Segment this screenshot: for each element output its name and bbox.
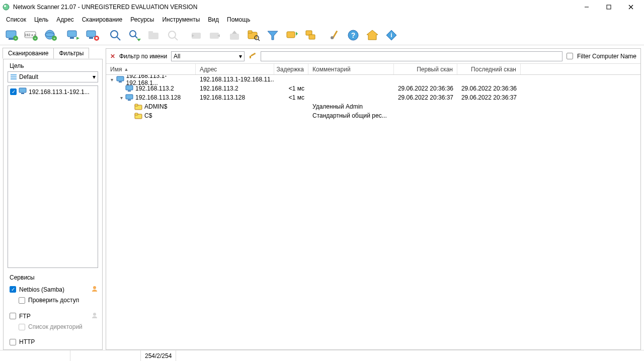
user-icon[interactable]	[91, 285, 98, 294]
row-addr: 192.168.113.1-192.168.11...	[196, 76, 274, 83]
filter-label: Фильтр по имени	[119, 53, 167, 60]
grid-row[interactable]: ▾192.168.113.1-192.168.1...192.168.113.1…	[106, 75, 640, 84]
menubar: СписокЦельАдресСканированиеРесурсыИнстру…	[0, 14, 644, 25]
svg-marker-44	[268, 31, 278, 40]
row-name: ADMIN$	[144, 103, 167, 110]
filter-button[interactable]	[264, 27, 282, 44]
tab-scan[interactable]: Сканирование	[3, 48, 54, 59]
row-comm: Стандартный общий рес...	[308, 112, 394, 119]
svg-rect-67	[126, 85, 133, 90]
row-name: C$	[144, 112, 152, 119]
computer-icon	[19, 87, 27, 96]
dirlist-checkbox	[19, 324, 25, 330]
grid-row[interactable]: C$Стандартный общий рес...	[106, 111, 640, 120]
titlebar: Network Scanner 21.07 - UNREGISTERED EVA…	[0, 0, 644, 14]
target-select[interactable]: Default ▾	[8, 71, 98, 82]
statusbar: 254/2/254	[0, 350, 644, 361]
svg-rect-45	[287, 32, 295, 38]
scan-stop-button[interactable]	[84, 27, 102, 44]
filter-combo[interactable]: All ▾	[171, 51, 245, 61]
svg-point-50	[331, 36, 334, 39]
svg-rect-38	[230, 34, 239, 40]
minimize-button[interactable]	[576, 0, 598, 14]
menu-3[interactable]: Сканирование	[78, 15, 126, 24]
menu-0[interactable]: Список	[2, 15, 30, 24]
scan-start-button[interactable]	[64, 27, 83, 44]
svg-marker-20	[76, 37, 79, 40]
svg-rect-22	[89, 37, 93, 39]
col-latency[interactable]: Задержка	[274, 64, 308, 74]
col-last-scan[interactable]: Последний скан	[457, 64, 521, 74]
home-button[interactable]	[363, 27, 381, 44]
svg-rect-57	[11, 76, 17, 77]
filter-computer-name-checkbox[interactable]	[567, 53, 573, 59]
tab-filters[interactable]: Фильтры	[53, 48, 89, 58]
col-name[interactable]: Имя▲	[106, 64, 196, 74]
check-access-checkbox[interactable]	[19, 297, 25, 304]
results-panel: ✕ Фильтр по имени All ▾ Filter Computer …	[106, 48, 641, 350]
search-button[interactable]	[107, 27, 125, 44]
col-comment[interactable]: Комментарий	[308, 64, 394, 74]
left-panel: Цель Default ▾ 192.168.113.1-192.1... Се…	[3, 59, 103, 350]
svg-text:+: +	[15, 36, 17, 41]
menu-7[interactable]: Помощь	[223, 15, 254, 24]
results-grid[interactable]: Имя▲ Адрес Задержка Комментарий Первый с…	[106, 64, 640, 349]
tree-toggle[interactable]: ▾	[118, 95, 124, 101]
row-name: 192.168.113.2	[135, 85, 174, 92]
svg-rect-21	[87, 31, 96, 37]
filter-input[interactable]	[261, 51, 562, 61]
target-item[interactable]: 192.168.113.1-192.1...	[8, 86, 98, 98]
grid-row[interactable]: ADMIN$Удаленный Admin	[106, 102, 640, 111]
status-cell-2	[70, 350, 141, 361]
search-next-button[interactable]	[126, 27, 144, 44]
target-select-value: Default	[19, 73, 38, 80]
app-icon	[2, 3, 10, 11]
expand-button[interactable]	[283, 27, 301, 44]
clear-filter-button[interactable]: ✕	[110, 53, 115, 60]
svg-rect-31	[148, 31, 153, 34]
close-button[interactable]	[620, 0, 642, 14]
row-lat: <1 мс	[274, 94, 308, 101]
computer-icon	[125, 85, 133, 92]
target-list[interactable]: 192.168.113.1-192.1...	[8, 85, 98, 268]
svg-rect-69	[126, 95, 133, 99]
svg-point-0	[3, 4, 9, 10]
menu-1[interactable]: Цель	[30, 15, 52, 24]
folder-next-button	[206, 27, 224, 44]
menu-2[interactable]: Адрес	[52, 15, 77, 24]
collapse-button[interactable]	[302, 27, 320, 44]
col-addr[interactable]: Адрес	[196, 64, 274, 74]
svg-rect-66	[119, 81, 122, 82]
window-title: Network Scanner 21.07 - UNREGISTERED EVA…	[13, 4, 576, 11]
tree-toggle[interactable]: ▾	[109, 77, 115, 82]
edit-filter-button[interactable]	[249, 51, 257, 61]
grid-row[interactable]: 192.168.113.2192.168.113.2<1 мс29.06.202…	[106, 84, 640, 93]
maximize-button[interactable]	[598, 0, 620, 14]
folder-search-button[interactable]	[245, 27, 263, 44]
svg-rect-24	[96, 37, 98, 39]
check-access-label: Проверить доступ	[28, 297, 79, 304]
svg-point-62	[93, 313, 96, 316]
target-checkbox[interactable]	[10, 88, 17, 95]
ftp-checkbox[interactable]	[10, 313, 16, 319]
grid-row[interactable]: ▾192.168.113.128192.168.113.128<1 мс29.0…	[106, 93, 640, 102]
menu-5[interactable]: Инструменты	[158, 15, 204, 24]
col-first-scan[interactable]: Первый скан	[394, 64, 457, 74]
settings-button[interactable]	[325, 27, 343, 44]
add-network-button[interactable]: +	[41, 27, 59, 44]
about-button[interactable]: i	[382, 27, 400, 44]
row-last: 29.06.2022 20:36:37	[457, 94, 521, 101]
svg-line-26	[117, 37, 120, 40]
menu-6[interactable]: Вид	[204, 15, 223, 24]
help-button[interactable]: ?	[344, 27, 362, 44]
svg-rect-70	[128, 100, 131, 101]
http-checkbox[interactable]	[10, 339, 16, 345]
menu-4[interactable]: Ресурсы	[126, 15, 158, 24]
row-comm: Удаленный Admin	[308, 103, 394, 110]
netbios-checkbox[interactable]	[10, 286, 16, 293]
add-range-button[interactable]: 192.x.x+	[22, 27, 40, 44]
dirlist-label: Список директорий	[28, 323, 83, 330]
add-computer-button[interactable]: +	[3, 27, 21, 44]
target-label: Цель	[4, 59, 102, 71]
filter-combo-value: All	[174, 53, 239, 60]
